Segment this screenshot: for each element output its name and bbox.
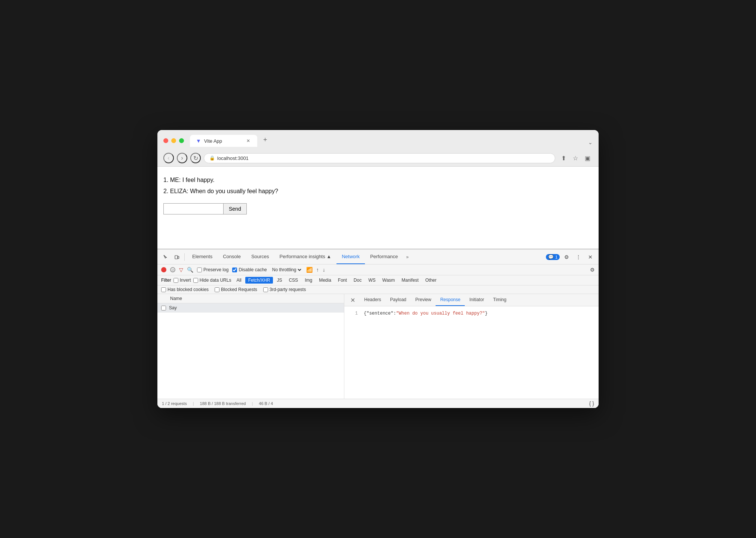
has-blocked-cookies-checkbox[interactable] xyxy=(161,287,166,292)
devtools-settings-button[interactable]: ⚙ xyxy=(561,252,572,262)
address-bar: ‹ › ↻ 🔒 localhost:3001 ⬆ ☆ ▣ xyxy=(157,150,599,167)
tab-title: Vite App xyxy=(204,138,242,144)
tab-sources[interactable]: Sources xyxy=(246,250,274,264)
third-party-checkbox[interactable] xyxy=(263,287,268,292)
row-checkbox[interactable] xyxy=(161,306,166,310)
hide-data-urls-label[interactable]: Hide data URLs xyxy=(193,278,231,283)
invert-label[interactable]: Invert xyxy=(173,278,191,283)
filter-media[interactable]: Media xyxy=(316,277,334,284)
network-settings-button[interactable]: ⚙ xyxy=(590,267,595,273)
filter-doc[interactable]: Doc xyxy=(351,277,365,284)
devtools-more-button[interactable]: ⋮ xyxy=(573,252,584,262)
response-panel: ✕ Headers Payload Preview Response Initi… xyxy=(344,294,599,399)
disable-cache-checkbox[interactable] xyxy=(232,268,237,272)
title-bar: ▼ Vite App ✕ + ⌄ xyxy=(157,130,599,150)
chat-line-2: 2. ELIZA: When do you usually feel happy… xyxy=(163,187,593,196)
sidebar-button[interactable]: ▣ xyxy=(582,153,593,163)
chat-line-1: 1. ME: I feel happy. xyxy=(163,176,593,185)
filter-ws[interactable]: WS xyxy=(365,277,378,284)
throttle-select[interactable]: No throttling xyxy=(271,267,302,273)
invert-checkbox[interactable] xyxy=(173,278,178,283)
filter-wasm[interactable]: Wasm xyxy=(379,277,398,284)
title-bar-top: ▼ Vite App ✕ + ⌄ xyxy=(163,134,593,147)
response-tab-payload[interactable]: Payload xyxy=(385,294,411,306)
status-sep-2: | xyxy=(252,401,253,406)
hide-data-urls-checkbox[interactable] xyxy=(193,278,198,283)
page-content: 1. ME: I feel happy. 2. ELIZA: When do y… xyxy=(157,167,599,249)
preserve-log-checkbox[interactable] xyxy=(197,268,202,272)
filter-js[interactable]: JS xyxy=(274,277,285,284)
download-icon: ↓ xyxy=(323,267,325,273)
tab-network[interactable]: Network xyxy=(336,250,365,264)
table-row[interactable]: Say xyxy=(157,303,344,313)
new-tab-button[interactable]: + xyxy=(260,134,270,145)
devtools-toolbar-right: 💬 1 ⚙ ⋮ ✕ xyxy=(546,252,596,262)
filter-fetch-xhr[interactable]: Fetch/XHR xyxy=(245,277,273,284)
filter-bar: Filter Invert Hide data URLs All Fetch/X… xyxy=(157,275,599,285)
security-icon: 🔒 xyxy=(209,155,215,161)
has-blocked-cookies-label[interactable]: Has blocked cookies xyxy=(161,287,209,292)
share-button[interactable]: ⬆ xyxy=(558,153,569,163)
filter-all[interactable]: All xyxy=(233,277,244,284)
filter-img[interactable]: Img xyxy=(302,277,315,284)
filter-font[interactable]: Font xyxy=(335,277,350,284)
resource-size: 46 B / 4 xyxy=(259,401,273,406)
device-toolbar-button[interactable] xyxy=(172,252,182,262)
address-input[interactable]: 🔒 localhost:3001 xyxy=(204,153,555,163)
response-tab-initiator[interactable]: Initiator xyxy=(465,294,488,306)
filter-css[interactable]: CSS xyxy=(286,277,301,284)
line-numbers: 1 xyxy=(350,311,358,394)
json-content: {"sentence":"When do you usually feel ha… xyxy=(364,311,593,394)
request-name: Say xyxy=(169,305,177,310)
stop-button[interactable]: ⊘ xyxy=(170,267,175,272)
active-tab[interactable]: ▼ Vite App ✕ xyxy=(190,135,257,147)
status-bar: 1 / 2 requests | 188 B / 188 B transferr… xyxy=(157,399,599,408)
third-party-label[interactable]: 3rd-party requests xyxy=(263,287,306,292)
send-button[interactable]: Send xyxy=(223,203,247,214)
message-icon: 💬 xyxy=(548,254,554,260)
response-content: 1 {"sentence":"When do you usually feel … xyxy=(344,306,599,399)
forward-button[interactable]: › xyxy=(177,153,187,163)
vite-icon: ▼ xyxy=(196,138,201,144)
tab-console[interactable]: Console xyxy=(218,250,246,264)
filter-manifest[interactable]: Manifest xyxy=(399,277,421,284)
blocked-requests-label[interactable]: Blocked Requests xyxy=(215,287,257,292)
response-panel-close[interactable]: ✕ xyxy=(347,294,358,306)
tab-close-button[interactable]: ✕ xyxy=(245,138,251,144)
inspect-element-button[interactable] xyxy=(160,252,171,262)
record-button[interactable] xyxy=(161,267,166,272)
tab-menu-button[interactable]: ⌄ xyxy=(588,139,593,145)
filter-other[interactable]: Other xyxy=(422,277,439,284)
response-tab-timing[interactable]: Timing xyxy=(489,294,511,306)
devtools-close-button[interactable]: ✕ xyxy=(585,252,596,262)
response-tab-response[interactable]: Response xyxy=(436,294,465,306)
tabs-row: ▼ Vite App ✕ + ⌄ xyxy=(190,134,593,147)
bookmark-button[interactable]: ☆ xyxy=(570,153,581,163)
devtools-toolbar: Elements Console Sources Performance ins… xyxy=(157,250,599,265)
preserve-log-label[interactable]: Preserve log xyxy=(197,267,228,272)
minimize-traffic-light[interactable] xyxy=(171,138,176,143)
reload-button[interactable]: ↻ xyxy=(190,153,201,163)
header-name-col: Name xyxy=(170,296,340,301)
console-badge[interactable]: 💬 1 xyxy=(546,254,560,260)
traffic-lights xyxy=(163,138,184,143)
back-button[interactable]: ‹ xyxy=(163,153,174,163)
close-traffic-light[interactable] xyxy=(163,138,168,143)
tab-elements[interactable]: Elements xyxy=(187,250,218,264)
request-list: Name Say xyxy=(157,294,344,399)
maximize-traffic-light[interactable] xyxy=(179,138,184,143)
response-tab-headers[interactable]: Headers xyxy=(360,294,385,306)
filter-button[interactable]: ▽ xyxy=(179,267,183,273)
blocked-requests-checkbox[interactable] xyxy=(215,287,219,292)
tab-performance-insights[interactable]: Performance insights ▲ xyxy=(274,250,337,264)
pretty-print-button[interactable]: { } xyxy=(589,401,594,406)
input-row: Send xyxy=(163,203,593,214)
disable-cache-label[interactable]: Disable cache xyxy=(232,267,267,272)
response-tabs: ✕ Headers Payload Preview Response Initi… xyxy=(344,294,599,306)
more-tabs-button[interactable]: » xyxy=(403,254,412,260)
response-tab-preview[interactable]: Preview xyxy=(411,294,436,306)
tab-performance[interactable]: Performance xyxy=(365,250,403,264)
network-controls: ⊘ ▽ 🔍 Preserve log Disable cache No thro… xyxy=(157,265,599,275)
chat-input[interactable] xyxy=(163,203,223,214)
search-button[interactable]: 🔍 xyxy=(187,267,193,273)
